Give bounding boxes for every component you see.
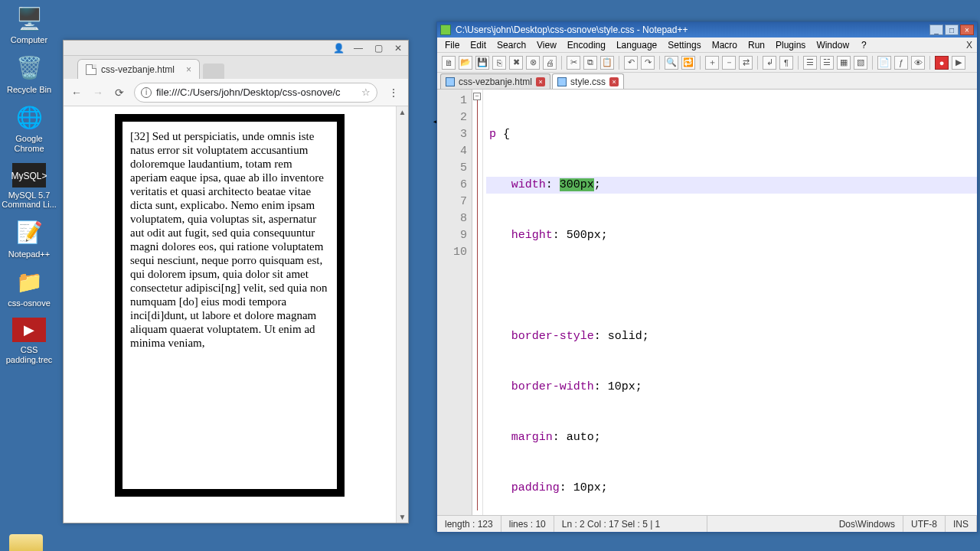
chrome-icon: 🌐	[14, 103, 44, 131]
icon-mysql-cli[interactable]: MySQL> MySQL 5.7 Command Li...	[0, 158, 58, 214]
chrome-menu-button[interactable]: ⋮	[385, 86, 402, 99]
incognito-icon[interactable]: 👤	[333, 43, 344, 54]
folder-icon: 📁	[14, 268, 44, 295]
notepadpp-app-icon	[440, 24, 451, 35]
replace-icon[interactable]: 🔁	[681, 56, 695, 70]
zoom-in-icon[interactable]: ＋	[705, 56, 719, 70]
menu-search[interactable]: Search	[492, 39, 531, 51]
tab-label: css-vezbanje.html	[459, 77, 532, 87]
wordwrap-icon[interactable]: ↲	[763, 56, 776, 70]
doc-map-icon[interactable]: 📄	[877, 56, 891, 70]
video-file-icon: ▶	[12, 318, 46, 342]
minimize-button[interactable]: —	[353, 43, 364, 54]
npp-toolbar: 🗎 📂 💾 ⎘ ✖ ⊗ 🖨 ✂ ⧉ 📋 ↶ ↷ 🔍 🔁 ＋ － ⇄ ↲ ¶ ☰ …	[437, 53, 977, 73]
bookmark-star-icon[interactable]: ☆	[361, 86, 371, 98]
forward-button[interactable]: →	[91, 86, 105, 99]
window-title: C:\Users\john\Desktop\css-osnove\style.c…	[456, 24, 928, 35]
desktop-icons: 🖥️ Computer 🗑️ Recycle Bin 🌐 Google Chro…	[0, 0, 61, 369]
menu-encoding[interactable]: Encoding	[563, 39, 610, 51]
save-icon[interactable]: 💾	[475, 56, 489, 70]
npp-tab-style-css[interactable]: style.css ×	[552, 73, 624, 89]
copy-icon[interactable]: ⧉	[583, 56, 597, 70]
npp-maximize-button[interactable]: □	[945, 24, 959, 35]
chrome-toolbar: ← → ⟳ i file:///C:/Users/john/Desktop/cs…	[64, 79, 408, 106]
styled-paragraph: [32] Sed ut perspiciatis, unde omnis ist…	[115, 114, 345, 497]
npp-minimize-button[interactable]: _	[929, 24, 943, 35]
close-all-icon[interactable]: ⊗	[526, 56, 540, 70]
menu-help[interactable]: ?	[857, 39, 871, 51]
zoom-out-icon[interactable]: －	[722, 56, 736, 70]
menu-run[interactable]: Run	[743, 39, 769, 51]
code-area[interactable]: p { width: 300px; height: 500px; border-…	[483, 90, 977, 515]
page-body: [32] Sed ut perspiciatis, unde omnis ist…	[64, 106, 396, 523]
file-icon	[446, 77, 455, 86]
scroll-up-icon[interactable]: ▲	[399, 108, 407, 116]
line-number-gutter: 1 2 3 4 5 6 7 8 9 10	[437, 90, 472, 515]
site-info-icon[interactable]: i	[141, 87, 152, 98]
redo-icon[interactable]: ↷	[641, 56, 655, 70]
record-macro-icon[interactable]: ●	[935, 56, 949, 70]
menu-settings[interactable]: Settings	[663, 39, 705, 51]
monitor-icon[interactable]: 👁	[911, 56, 925, 70]
menu-plugins[interactable]: Plugins	[771, 39, 810, 51]
fold-column[interactable]: −	[472, 90, 483, 515]
maximize-button[interactable]: ▢	[373, 43, 384, 54]
tab-close-icon[interactable]: ×	[536, 77, 545, 86]
print-icon[interactable]: 🖨	[543, 56, 557, 70]
chrome-window: 👤 — ▢ ✕ css-vezbanje.html × ← → ⟳ i file…	[63, 40, 409, 523]
fold-toggle-icon[interactable]: −	[473, 93, 481, 100]
menu-language[interactable]: Language	[612, 39, 662, 51]
sync-scroll-icon[interactable]: ⇄	[739, 56, 753, 70]
icon-computer[interactable]: 🖥️ Computer	[0, 0, 58, 50]
undo-icon[interactable]: ↶	[624, 56, 638, 70]
indent-icon[interactable]: ☰	[803, 56, 817, 70]
menu-window[interactable]: Window	[812, 39, 854, 51]
tab-label: style.css	[570, 77, 606, 87]
show-symbols-icon[interactable]: ¶	[779, 56, 793, 70]
npp-doc-close[interactable]: X	[962, 40, 977, 51]
tab-close-icon[interactable]: ×	[186, 64, 191, 75]
icon-css-padding-trec[interactable]: ▶ CSS padding.trec	[0, 313, 58, 369]
close-doc-icon[interactable]: ✖	[509, 56, 523, 70]
icon-google-chrome[interactable]: 🌐 Google Chrome	[0, 99, 58, 158]
play-macro-icon[interactable]: ▶	[952, 56, 965, 70]
find-icon[interactable]: 🔍	[665, 56, 678, 70]
npp-editor[interactable]: 1 2 3 4 5 6 7 8 9 10 − p { width: 300px;…	[437, 90, 977, 515]
paste-icon[interactable]: 📋	[600, 56, 614, 70]
icon-recycle-bin[interactable]: 🗑️ Recycle Bin	[0, 50, 58, 99]
file-icon	[86, 64, 96, 75]
icon-notepadpp[interactable]: 📝 Notepad++	[0, 214, 58, 264]
scroll-down-icon[interactable]: ▼	[399, 513, 407, 521]
save-all-icon[interactable]: ⎘	[492, 56, 506, 70]
icon-css-osnove-folder[interactable]: 📁 css-osnove	[0, 263, 58, 313]
menu-edit[interactable]: Edit	[466, 39, 491, 51]
back-button[interactable]: ←	[70, 86, 83, 99]
address-bar[interactable]: i file:///C:/Users/john/Desktop/css-osno…	[134, 83, 377, 103]
notepadpp-window: C:\Users\john\Desktop\css-osnove\style.c…	[436, 21, 978, 533]
partial-folder-icon[interactable]	[9, 534, 43, 551]
menu-view[interactable]: View	[532, 39, 561, 51]
open-file-icon[interactable]: 📂	[459, 56, 472, 70]
computer-icon: 🖥️	[14, 5, 44, 32]
chrome-tabstrip: css-vezbanje.html ×	[64, 56, 408, 79]
tab-close-icon[interactable]: ×	[609, 77, 619, 86]
npp-close-button[interactable]: ×	[960, 24, 974, 35]
reload-button[interactable]: ⟳	[113, 86, 126, 99]
func-list-icon[interactable]: ƒ	[894, 56, 908, 70]
unfold-icon[interactable]: ▧	[854, 56, 867, 70]
new-file-icon[interactable]: 🗎	[442, 56, 456, 70]
new-tab-button[interactable]	[203, 64, 224, 79]
fold-icon[interactable]: ▦	[837, 56, 851, 70]
menu-macro[interactable]: Macro	[707, 39, 742, 51]
cut-icon[interactable]: ✂	[567, 56, 580, 70]
mysql-icon: MySQL>	[12, 163, 46, 187]
menu-file[interactable]: File	[440, 39, 464, 51]
selected-text: 300px	[560, 178, 594, 191]
npp-titlebar[interactable]: C:\Users\john\Desktop\css-osnove\style.c…	[437, 22, 977, 37]
npp-tab-css-vezbanje[interactable]: css-vezbanje.html ×	[440, 73, 550, 89]
vertical-scrollbar[interactable]: ▲ ▼	[396, 106, 408, 523]
outdent-icon[interactable]: ☱	[820, 56, 834, 70]
close-button[interactable]: ✕	[393, 43, 403, 54]
chrome-active-tab[interactable]: css-vezbanje.html ×	[77, 59, 200, 79]
npp-menubar: File Edit Search View Encoding Language …	[437, 37, 977, 53]
